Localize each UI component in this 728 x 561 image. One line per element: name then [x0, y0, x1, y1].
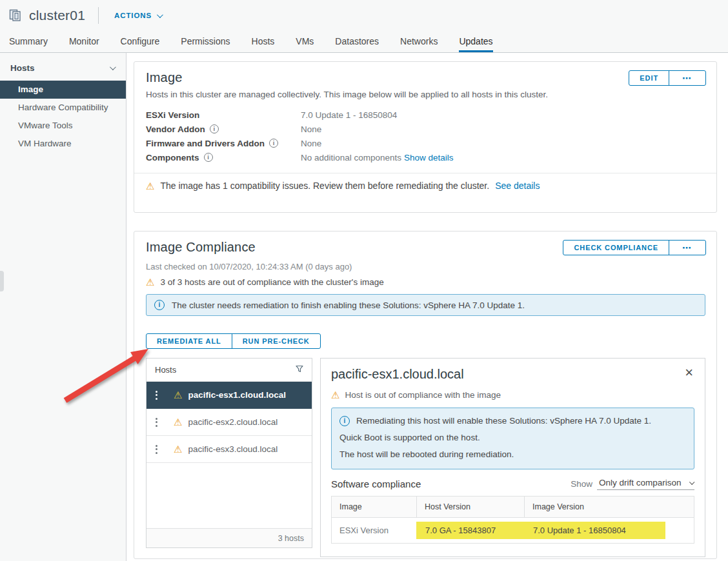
field-label: ESXi Version [146, 110, 301, 120]
image-more-actions-button[interactable]: ⋯ [669, 71, 705, 85]
info-icon[interactable]: i [204, 153, 213, 162]
sidebar-collapse-handle[interactable] [0, 271, 4, 291]
tab-summary[interactable]: Summary [9, 31, 48, 52]
warning-text: 3 of 3 hosts are out of compliance with … [160, 277, 383, 287]
image-compliance-card: Image Compliance CHECK COMPLIANCE ⋯ Last… [134, 231, 717, 559]
object-tabbar: Summary Monitor Configure Permissions Ho… [0, 31, 728, 53]
kebab-menu-icon[interactable] [154, 388, 159, 402]
show-label: Show [571, 479, 592, 489]
table-row[interactable]: ESXi Version 7.0 GA - 15843807 7.0 Updat… [332, 518, 694, 543]
warning-text: The image has 1 compatibility issues. Re… [160, 181, 489, 191]
column-header-image: Image [332, 497, 416, 517]
object-header: cluster01 ACTIONS [0, 0, 728, 31]
compliance-warning: ⚠ 3 of 3 hosts are out of compliance wit… [134, 277, 716, 287]
sidebar-item-image[interactable]: Image [0, 81, 126, 99]
info-line: Quick Boot is supported on the host. [339, 429, 480, 446]
remediation-info-banner: i The cluster needs remediation to finis… [146, 294, 705, 316]
kebab-menu-icon[interactable] [154, 442, 159, 457]
field-value: No additional components Show details [301, 153, 453, 162]
field-label: Components i [146, 153, 301, 162]
host-row-pacific-esx1[interactable]: ⚠ pacific-esx1.cloud.local [147, 382, 312, 409]
compliance-more-actions-button[interactable]: ⋯ [669, 241, 705, 255]
remediate-all-button[interactable]: REMEDIATE ALL [147, 334, 232, 348]
tab-hosts[interactable]: Hosts [252, 31, 275, 52]
sidebar-item-vmware-tools[interactable]: VMware Tools [0, 117, 126, 135]
info-icon[interactable]: i [269, 139, 278, 148]
close-icon[interactable]: × [683, 367, 694, 379]
info-line: Remediating this host will enable these … [356, 413, 651, 429]
check-compliance-button[interactable]: CHECK COMPLIANCE [563, 241, 669, 255]
actions-label: ACTIONS [114, 12, 152, 19]
column-header-host-version: Host Version [416, 497, 524, 517]
tab-datastores[interactable]: Datastores [335, 31, 379, 52]
compliance-card-title: Image Compliance [146, 240, 256, 255]
field-label: Vendor Addon i [146, 124, 301, 134]
actions-menu-button[interactable]: ACTIONS [114, 12, 161, 19]
host-row-pacific-esx3[interactable]: ⚠ pacific-esx3.cloud.local [147, 436, 312, 463]
field-value: 7.0 Update 1 - 16850804 [301, 110, 397, 120]
host-name: pacific-esx2.cloud.local [188, 417, 278, 427]
header-divider [98, 7, 99, 24]
sidebar-group-hosts[interactable]: Hosts [0, 53, 126, 81]
software-compliance-heading: Software compliance [331, 478, 421, 489]
tab-vms[interactable]: VMs [296, 31, 314, 52]
tab-configure[interactable]: Configure [121, 31, 160, 52]
field-label-text: ESXi Version [146, 110, 199, 120]
sidebar-group-label: Hosts [10, 63, 35, 73]
info-icon[interactable]: i [210, 124, 219, 133]
field-value: None [301, 139, 321, 148]
select-value: Only drift comparison [599, 478, 682, 487]
host-name: pacific-esx1.cloud.local [188, 390, 286, 400]
sidebar-item-vm-hardware[interactable]: VM Hardware [0, 135, 126, 153]
field-components: Components i No additional components Sh… [134, 150, 716, 164]
see-details-link[interactable]: See details [495, 181, 540, 191]
tab-monitor[interactable]: Monitor [69, 31, 99, 52]
field-esxi-version: ESXi Version 7.0 Update 1 - 16850804 [134, 108, 716, 122]
info-banner-text: The cluster needs remediation to finish … [172, 300, 525, 310]
host-compliance-warning: ⚠ Host is out of compliance with the ima… [331, 390, 694, 400]
image-card: Image Hosts in this cluster are managed … [134, 61, 717, 213]
field-label: Firmware and Drivers Addon i [146, 139, 301, 148]
info-icon: i [339, 416, 350, 426]
hosts-list-panel: Hosts ⚠ pacific-esx1.cloud.local [146, 358, 312, 548]
cluster-icon [9, 9, 23, 22]
kebab-menu-icon[interactable] [154, 415, 159, 429]
software-compliance-table: Image Host Version Image Version ESXi Ve… [331, 496, 694, 544]
sidebar-item-hardware-compatibility[interactable]: Hardware Compatibility [0, 99, 126, 117]
image-card-subtitle: Hosts in this cluster are managed collec… [146, 90, 548, 99]
warning-icon: ⚠ [174, 390, 182, 400]
filter-icon[interactable] [296, 365, 303, 375]
field-label-text: Firmware and Drivers Addon [146, 139, 265, 148]
host-remediation-info-box: i Remediating this host will enable thes… [331, 408, 694, 469]
warning-icon: ⚠ [331, 390, 339, 400]
updates-sidebar: Hosts Image Hardware Compatibility VMwar… [0, 53, 126, 561]
field-firmware-addon: Firmware and Drivers Addon i None [134, 136, 716, 150]
tab-networks[interactable]: Networks [400, 31, 438, 52]
chevron-down-icon [157, 12, 163, 18]
main-content: Image Hosts in this cluster are managed … [126, 53, 728, 561]
run-pre-check-button[interactable]: RUN PRE-CHECK [232, 334, 320, 348]
page-title: cluster01 [29, 8, 85, 23]
tab-updates[interactable]: Updates [459, 31, 492, 52]
drift-comparison-select[interactable]: Only drift comparison [597, 478, 694, 490]
field-vendor-addon: Vendor Addon i None [134, 122, 716, 136]
info-line: The host will be rebooted during remedia… [339, 446, 514, 463]
table-header-row: Image Host Version Image Version [332, 497, 694, 518]
host-row-pacific-esx2[interactable]: ⚠ pacific-esx2.cloud.local [147, 409, 312, 436]
warning-text: Host is out of compliance with the image [345, 390, 501, 400]
cell-image-version-highlighted: 7.0 Update 1 - 16850804 [524, 522, 665, 539]
image-fields: ESXi Version 7.0 Update 1 - 16850804 Ven… [134, 108, 716, 164]
tab-permissions[interactable]: Permissions [181, 31, 230, 52]
edit-button[interactable]: EDIT [629, 71, 669, 85]
show-details-link[interactable]: Show details [404, 153, 454, 162]
warning-icon: ⚠ [174, 417, 182, 427]
hosts-count-footer: 3 hosts [147, 528, 312, 547]
compliance-card-actions: CHECK COMPLIANCE ⋯ [563, 240, 706, 255]
warning-icon: ⚠ [174, 444, 182, 454]
image-card-title: Image [146, 70, 548, 85]
hosts-count: 3 hosts [278, 534, 304, 543]
components-value: No additional components [301, 153, 401, 162]
warning-icon: ⚠ [146, 181, 154, 191]
host-name: pacific-esx3.cloud.local [188, 444, 278, 454]
remediation-actions: REMEDIATE ALL RUN PRE-CHECK [146, 333, 321, 349]
